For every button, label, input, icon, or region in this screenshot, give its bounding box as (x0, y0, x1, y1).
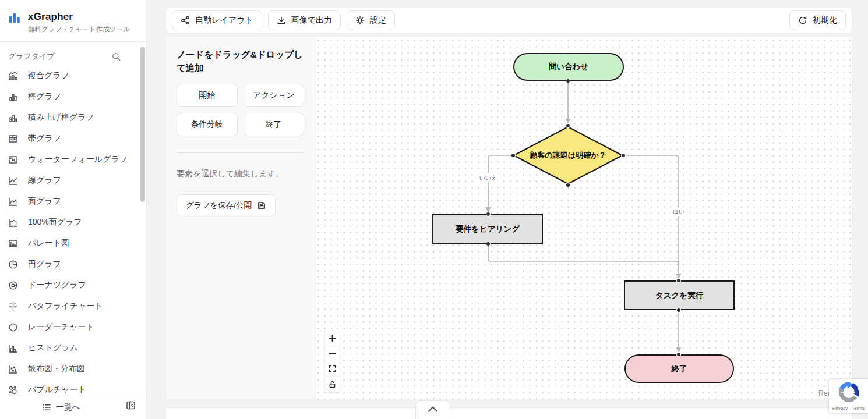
expand-bottom-panel-button[interactable] (415, 400, 450, 419)
pie-chart-icon (8, 260, 18, 269)
bar-chart-logo-icon (8, 11, 21, 24)
sidebar-item-donut-chart[interactable]: ドーナツグラフ (0, 275, 146, 296)
sidebar-item-label: ヒストグラム (28, 343, 78, 353)
flow-canvas[interactable]: いいえ はい 問い合わせ 顧客の課題は明確か？ 要件をヒアリング タスクを実行 … (315, 37, 852, 399)
save-publish-button[interactable]: グラフを保存/公開 (177, 194, 276, 216)
sidebar-item-area-chart[interactable]: 面グラフ (0, 191, 146, 212)
app-title: xGrapher (28, 11, 130, 23)
handle-decision-left[interactable] (511, 154, 515, 157)
sidebar-item-bubble-chart[interactable]: バブルチャート (0, 379, 146, 395)
combo-chart-icon (8, 71, 18, 81)
sidebar-item-butterfly-chart[interactable]: バタフライチャート (0, 296, 146, 317)
sidebar-item-combo-chart[interactable]: 複合グラフ (0, 65, 146, 86)
save-publish-label: グラフを保存/公開 (186, 200, 252, 211)
lock-interactivity-button[interactable] (325, 377, 340, 392)
sidebar-item-label: レーダーチャート (28, 322, 94, 332)
fit-view-button[interactable] (325, 361, 340, 377)
handle-decision-top[interactable] (566, 124, 570, 127)
gear-icon (355, 16, 365, 25)
handle-hearing-bottom[interactable] (486, 242, 490, 246)
bubble-chart-icon (8, 385, 18, 395)
sidebar-item-line-chart[interactable]: 線グラフ (0, 170, 146, 191)
sidebar-item-scatter-chart[interactable]: 散布図・分布図 (0, 358, 146, 379)
bar-chart-icon (8, 92, 18, 102)
palette-node-decision[interactable]: 条件分岐 (177, 113, 238, 136)
sidebar-item-area-100-chart[interactable]: 100%面グラフ (0, 212, 146, 233)
canvas-controls (324, 331, 340, 392)
reset-label: 初期化 (813, 15, 837, 26)
recaptcha-terms-label[interactable]: Privacy - Terms (829, 406, 868, 411)
sidebar-item-band-chart[interactable]: 帯グラフ (0, 128, 146, 149)
minus-icon (329, 350, 336, 357)
share-network-icon (181, 16, 190, 25)
handle-start-bottom[interactable] (566, 79, 570, 83)
handle-end-top[interactable] (677, 353, 680, 356)
edge-hearing-task (488, 244, 679, 278)
palette-node-end[interactable]: 終了 (244, 113, 305, 136)
refresh-icon (798, 16, 807, 25)
line-chart-icon (8, 176, 18, 186)
flow-editor: ノードをドラッグ&ドロップして追加 開始 アクション 条件分岐 終了 要素を選択… (166, 37, 852, 399)
sidebar-item-bar-chart[interactable]: 棒グラフ (0, 86, 146, 107)
palette-node-action[interactable]: アクション (244, 84, 305, 107)
sidebar-item-pareto-chart[interactable]: パレート図 (0, 233, 146, 254)
butterfly-chart-icon (8, 301, 18, 311)
sidebar-footer: 一覧へ (0, 395, 146, 419)
sidebar-item-waterfall-chart[interactable]: ウォーターフォールグラフ (0, 149, 146, 170)
sidebar-scrollbar[interactable] (140, 47, 145, 202)
handle-task-bottom[interactable] (677, 308, 680, 312)
sidebar-item-label: 100%面グラフ (28, 217, 82, 228)
sidebar-item-pie-chart[interactable]: 円グラフ (0, 254, 146, 275)
search-icon[interactable] (112, 52, 121, 61)
sidebar-item-label: バブルチャート (28, 385, 86, 395)
node-hearing-label: 要件をヒアリング (456, 224, 520, 235)
node-decision[interactable]: 顧客の課題は明確か？ (513, 126, 623, 185)
sidebar-item-label: 積み上げ棒グラフ (28, 112, 94, 123)
edge-label-yes[interactable]: はい (671, 207, 686, 216)
waterfall-chart-icon (8, 155, 18, 165)
recaptcha-logo-icon (838, 381, 860, 403)
node-start[interactable]: 問い合わせ (513, 53, 624, 81)
pareto-chart-icon (8, 239, 18, 248)
recaptcha-badge[interactable]: Privacy - Terms (829, 379, 868, 413)
radar-chart-icon (8, 322, 18, 332)
zoom-out-button[interactable] (325, 346, 340, 361)
divider (177, 152, 304, 153)
auto-layout-button[interactable]: 自動レイアウト (172, 10, 262, 30)
sidebar-item-stacked-bar-chart[interactable]: 積み上げ棒グラフ (0, 107, 146, 128)
sidebar-item-radar-chart[interactable]: レーダーチャート (0, 317, 146, 338)
settings-button[interactable]: 設定 (347, 10, 395, 30)
sidebar-item-label: 帯グラフ (28, 133, 61, 144)
reset-button[interactable]: 初期化 (789, 10, 846, 30)
sidebar-item-histogram-chart[interactable]: ヒストグラム (0, 338, 146, 358)
sidebar-item-label: 面グラフ (28, 196, 61, 207)
plus-icon (329, 335, 336, 342)
export-image-button[interactable]: 画像で出力 (268, 10, 341, 30)
handle-task-top[interactable] (677, 279, 680, 282)
sidebar-item-label: 複合グラフ (28, 70, 69, 81)
chevron-up-icon (428, 406, 438, 412)
collapse-sidebar-button[interactable] (126, 400, 136, 412)
bottom-bar (166, 407, 852, 419)
node-hearing[interactable]: 要件をヒアリング (432, 214, 543, 244)
edge-decision-no (488, 155, 513, 212)
handle-decision-bottom[interactable] (566, 183, 570, 187)
handle-hearing-top[interactable] (486, 212, 490, 216)
sidebar-item-label: ウォーターフォールグラフ (28, 154, 128, 165)
panel-left-close-icon (126, 400, 136, 410)
zoom-in-button[interactable] (325, 331, 340, 346)
sidebar-item-label: 円グラフ (28, 259, 61, 269)
node-task-label: タスクを実行 (655, 290, 703, 301)
handle-decision-right[interactable] (622, 154, 625, 157)
palette-node-start[interactable]: 開始 (177, 84, 238, 107)
donut-chart-icon (8, 280, 18, 290)
node-end[interactable]: 終了 (624, 354, 734, 383)
node-palette-panel: ノードをドラッグ&ドロップして追加 開始 アクション 条件分岐 終了 要素を選択… (166, 37, 315, 399)
list-icon (42, 403, 51, 412)
chart-type-section-label: グラフタイプ (8, 51, 55, 62)
list-view-button[interactable]: 一覧へ (42, 400, 80, 415)
node-task[interactable]: タスクを実行 (624, 280, 735, 310)
edge-label-no[interactable]: いいえ (478, 173, 499, 183)
maximize-icon (329, 365, 336, 372)
sidebar-item-label: バタフライチャート (28, 301, 103, 311)
